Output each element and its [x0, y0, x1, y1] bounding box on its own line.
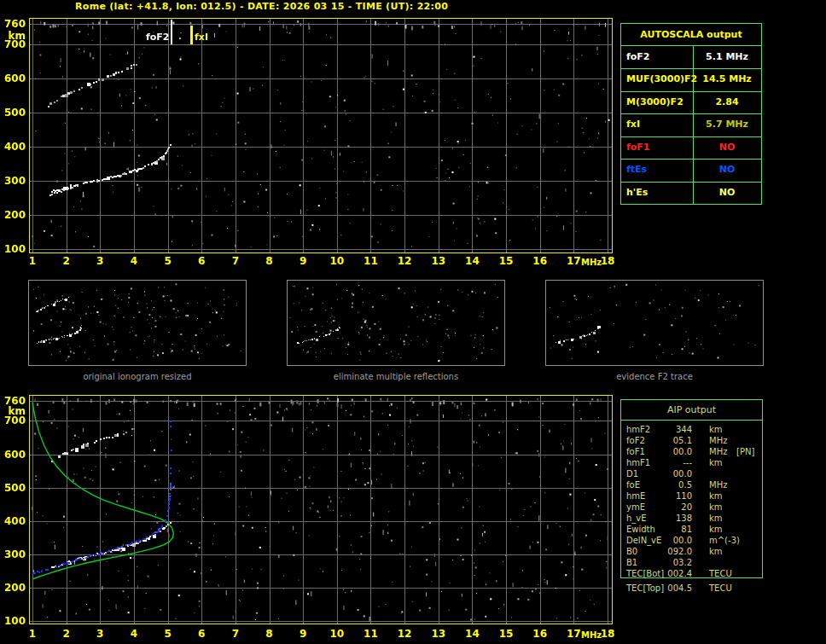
autoscala-row-MUF3000F2: MUF(3000)F214.5 MHz [621, 68, 761, 90]
top-ionogram-canvas [30, 19, 612, 252]
autoscala-row-label: M(3000)F2 [626, 91, 683, 113]
x-tick-label: 9 [293, 628, 313, 640]
autoscala-table-header: AUTOSCALA output [621, 24, 761, 46]
aip-row-hmE: hmE110km [620, 490, 763, 502]
autoscala-row-separator [621, 68, 761, 69]
aip-row-value: 092.0 [654, 546, 692, 557]
aip-row-unit: km [709, 513, 723, 524]
x-tick-label: 12 [394, 628, 415, 640]
fxi-marker-label: fxI [195, 32, 208, 43]
aip-row-unit: MHz [709, 435, 727, 446]
x-axis-unit: MHz [581, 258, 602, 267]
x-tick-label: 1 [22, 628, 43, 640]
y-tick-label: 200 [0, 210, 26, 220]
x-tick-label: 2 [56, 628, 77, 640]
aip-row-hmF1: hmF1---km [620, 457, 763, 468]
x-tick-label: 6 [191, 255, 212, 267]
aip-row-unit: km [709, 524, 723, 535]
aip-row-label: hmF1 [626, 457, 650, 468]
x-tick-label: 12 [394, 255, 415, 267]
aip-row-B1: B103.2 [620, 557, 763, 568]
y-tick-label: 300 [0, 176, 26, 186]
autoscala-row-value: 14.5 MHz [693, 68, 761, 90]
autoscala-row-value: NO [693, 136, 761, 159]
autoscala-row-value: NO [693, 159, 761, 181]
y-tick-label: 700 [0, 415, 26, 426]
aip-row-foF1: foF100.0MHz[PN] [620, 446, 763, 457]
y-tick-label: 400 [0, 516, 26, 526]
aip-row-value: 110 [654, 490, 692, 502]
aip-row-D1: D100.0 [620, 468, 763, 479]
thumbnail-eliminate-canvas [288, 281, 504, 365]
aip-row-value: 20 [654, 502, 692, 513]
thumbnail-eliminate-reflections [287, 280, 505, 366]
aip-row-unit: km [709, 490, 723, 502]
y-tick-label: 300 [0, 549, 26, 560]
autoscala-row-label: foF2 [626, 46, 650, 68]
aip-row-value: --- [654, 457, 692, 468]
aip-row-label: ymE [626, 502, 645, 513]
aip-row-value: 344 [654, 424, 692, 435]
x-tick-label: 1 [22, 255, 43, 267]
aip-row-label: D1 [626, 468, 638, 479]
x-tick-label: 5 [158, 628, 178, 640]
x-tick-label: 8 [259, 628, 280, 640]
aip-row-label: B0 [626, 546, 637, 557]
aip-row-hmF2: hmF2344km [620, 424, 763, 435]
autoscala-row-label: h'Es [626, 182, 648, 204]
x-tick-label: 10 [327, 255, 347, 267]
aip-row-unit: km [709, 502, 723, 513]
aip-row-value: 0.5 [654, 479, 692, 490]
x-tick-label: 7 [225, 255, 246, 267]
autoscala-row-label: ftEs [626, 159, 647, 181]
y-tick-label: 600 [0, 450, 26, 460]
aip-row-unit: km [709, 424, 723, 435]
x-tick-label: 11 [360, 628, 381, 640]
aip-row-unit: km [709, 457, 723, 468]
y-axis-unit: km [0, 30, 26, 42]
x-tick-label: 16 [530, 628, 550, 640]
aip-row-unit: TECU [709, 568, 732, 579]
autoscala-row-foF2: foF25.1 MHz [621, 46, 761, 68]
aip-row-label: foF1 [626, 446, 645, 457]
autoscala-row-separator [621, 113, 761, 114]
x-tick-label: 6 [191, 628, 212, 640]
autoscala-row-foF1: foF1NO [621, 136, 761, 159]
x-tick-label: 9 [293, 255, 313, 267]
aip-row-B0: B0092.0km [620, 546, 763, 557]
x-tick-label: 15 [496, 628, 516, 640]
aip-row-value: 004.5 [654, 583, 692, 594]
aip-row-label: Ewidth [626, 524, 655, 535]
y-tick-label: 400 [0, 142, 26, 152]
x-tick-label: 7 [225, 628, 246, 640]
aip-row-Ewidth: Ewidth81km [620, 524, 763, 535]
fof2-marker-line [171, 20, 172, 44]
aip-row-value: 05.1 [654, 435, 692, 446]
thumbnail-caption-evidence: evidence F2 trace [545, 372, 764, 381]
autoscala-row-hEs: h'EsNO [621, 182, 761, 204]
autoscala-row-fxI: fxI5.7 MHz [621, 113, 761, 136]
aip-row-value: 03.2 [654, 557, 692, 568]
y-tick-label: 600 [0, 73, 26, 84]
aip-row-label: hmE [626, 490, 645, 502]
autoscala-row-label: fxI [626, 113, 640, 136]
autoscala-row-separator [621, 136, 761, 137]
x-tick-label: 3 [90, 255, 110, 267]
x-tick-label: 8 [259, 255, 280, 267]
x-tick-label: 4 [124, 628, 144, 640]
aip-row-unit: MHz [709, 446, 727, 457]
thumbnail-original-ionogram [28, 280, 247, 366]
aip-row-hvE: h_vE138km [620, 513, 763, 524]
thumbnail-evidence-f2 [545, 280, 764, 366]
autoscala-row-value: 2.84 [693, 91, 761, 113]
x-tick-label: 10 [327, 628, 347, 640]
bottom-ionogram-plot [29, 395, 613, 624]
x-tick-label: 14 [462, 628, 482, 640]
x-tick-label: 4 [124, 255, 144, 267]
autoscala-row-separator [621, 159, 761, 160]
aip-row-label: foE [626, 479, 640, 490]
y-tick-label: 200 [0, 583, 26, 593]
aip-row-note: [PN] [736, 446, 754, 457]
x-tick-label: 13 [428, 255, 449, 267]
autoscala-row-value: 5.7 MHz [693, 113, 761, 136]
